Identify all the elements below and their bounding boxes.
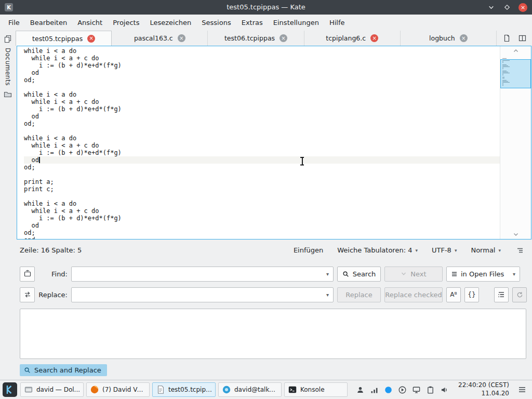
scroll-down-icon[interactable] [500, 230, 531, 239]
sidebar-item-documents[interactable]: Documents [4, 48, 11, 86]
toolview-tab-search-replace[interactable]: Search and Replace [20, 364, 107, 376]
tab-close-icon[interactable]: × [460, 34, 468, 42]
code-line-16[interactable]: od [24, 156, 500, 164]
code-line-19[interactable]: print a; [24, 178, 500, 185]
editor-text-area[interactable]: while i < a do while i < a + c do i := (… [17, 46, 500, 239]
code-line-14[interactable]: while i < a + c do [24, 142, 500, 149]
replace-button[interactable]: Replace [337, 287, 381, 302]
tray-media-play-icon[interactable] [397, 385, 407, 395]
code-line-21[interactable] [24, 193, 500, 200]
code-line-6[interactable] [24, 84, 500, 91]
tab-close-icon[interactable]: × [280, 34, 287, 42]
task-button-david-talko[interactable]: david@talko... [218, 382, 282, 397]
maximize-icon[interactable] [502, 3, 512, 12]
scroll-up-icon[interactable] [500, 46, 531, 56]
code-line-11[interactable]: od; [24, 120, 500, 127]
scrollbar-minimap[interactable] [500, 56, 531, 230]
code-line-18[interactable] [24, 171, 500, 178]
menu-item-ansicht[interactable]: Ansicht [72, 16, 108, 29]
code-line-15[interactable]: i := (b + d)*e+d*(f*g) [24, 149, 500, 156]
task-button-david-dol[interactable]: david — Dol... [20, 382, 84, 397]
find-input[interactable]: ▾ [71, 267, 334, 282]
code-line-17[interactable]: od; [24, 164, 500, 171]
code-line-13[interactable]: while i < a do [24, 135, 500, 142]
highlighting-select[interactable]: Normal▾ [471, 246, 501, 254]
code-line-7[interactable]: while i < a do [24, 91, 500, 98]
tray-display-icon[interactable] [411, 385, 421, 395]
close-icon[interactable]: × [518, 3, 527, 12]
match-case-button[interactable]: Aᴮ [446, 287, 461, 302]
code-line-9[interactable]: i := (b + d)*e+d*(f*g) [24, 105, 500, 113]
new-document-icon[interactable] [501, 33, 512, 44]
task-button-7-david-vaj[interactable]: (7) David Vaj... [86, 382, 150, 397]
editor-scrollbar[interactable] [500, 46, 531, 239]
tab-logbuch[interactable]: logbuch× [401, 31, 497, 46]
replace-input[interactable]: ▾ [71, 287, 334, 302]
expand-results-button[interactable] [494, 287, 509, 302]
task-button-konsole[interactable]: Konsole [284, 382, 348, 397]
documents-icon[interactable] [3, 34, 12, 44]
tab-pascal163-c[interactable]: pascal163.c× [112, 31, 208, 46]
app-launcher-icon[interactable] [2, 382, 18, 397]
input-mode[interactable]: Einfügen [294, 246, 323, 254]
menu-item-extras[interactable]: Extras [236, 16, 268, 29]
code-line-12[interactable] [24, 127, 500, 135]
tab-close-icon[interactable]: × [370, 34, 378, 42]
code-line-1[interactable]: while i < a do [24, 47, 500, 55]
tab-close-icon[interactable]: × [178, 34, 185, 42]
swap-search-replace-button[interactable] [20, 287, 35, 302]
tab-test06-tcpippas[interactable]: test06.tcpippas× [208, 31, 304, 46]
code-line-20[interactable]: print c; [24, 185, 500, 193]
new-search-tab-button[interactable] [20, 267, 35, 282]
replace-checked-button[interactable]: Replace checked [384, 287, 443, 302]
code-line-26[interactable]: od; [24, 229, 500, 236]
clock[interactable]: 22:40:20 (CEST) 11.04.20 [458, 381, 509, 397]
editor-frame: while i < a do while i < a + c do i := (… [17, 46, 531, 240]
search-button[interactable]: Search [337, 267, 381, 282]
tray-clipboard-icon[interactable] [425, 385, 435, 395]
task-button-test05-tcpipp[interactable]: test05.tcpipp... [152, 382, 216, 397]
menu-item-lesezeichen[interactable]: Lesezeichen [144, 16, 196, 29]
next-button[interactable]: Next [384, 267, 443, 282]
tab-test05-tcpippas[interactable]: test05.tcpippas× [16, 31, 112, 46]
menu-item-einstellungen[interactable]: Einstellungen [268, 16, 324, 29]
code-line-27[interactable]: end. [24, 236, 500, 239]
code-line-8[interactable]: while i < a + c do [24, 98, 500, 105]
split-view-icon[interactable] [516, 33, 528, 44]
menu-item-file[interactable]: File [3, 16, 25, 29]
code-line-5[interactable]: od; [24, 76, 500, 84]
tray-network-icon[interactable] [369, 385, 379, 395]
tray-user-icon[interactable] [355, 385, 365, 395]
tray-bluedot-icon[interactable] [383, 385, 393, 395]
regex-button[interactable]: {} [464, 287, 479, 302]
encoding-select[interactable]: UTF-8▾ [432, 246, 457, 254]
cursor-position[interactable]: Zeile: 16 Spalte: 5 [20, 246, 82, 254]
menu-item-hilfe[interactable]: Hilfe [324, 16, 350, 29]
panel-settings-icon[interactable] [517, 384, 528, 395]
menu-item-bearbeiten[interactable]: Bearbeiten [25, 16, 72, 29]
menu-item-sessions[interactable]: Sessions [196, 16, 236, 29]
code-line-24[interactable]: i := (b + d)*e+d*(f*g) [24, 215, 500, 222]
chevron-down-icon: ▾ [326, 271, 329, 277]
code-line-4[interactable]: od [24, 69, 500, 76]
search-scope-select[interactable]: in Open Files ▾ [446, 267, 520, 282]
app-icon[interactable]: K [5, 3, 13, 11]
code-line-2[interactable]: while i < a + c do [24, 55, 500, 62]
tab-tcpiplang6-c[interactable]: tcpiplang6.c× [304, 31, 401, 46]
tray-volume-icon[interactable] [440, 385, 449, 395]
minimap-view-rect[interactable] [500, 59, 531, 88]
code-line-23[interactable]: while i < a + c do [24, 207, 500, 215]
minimize-icon[interactable] [486, 3, 496, 12]
code-line-10[interactable]: od [24, 113, 500, 120]
tab-close-icon[interactable]: × [87, 35, 95, 43]
code-line-25[interactable]: od [24, 222, 500, 229]
code-line-22[interactable]: while i < a do [24, 200, 500, 207]
refresh-button[interactable] [512, 287, 527, 302]
code-line-3[interactable]: i := (b + d)*e+d*(f*g) [24, 62, 500, 69]
konsole-icon [288, 385, 297, 394]
tab-mode-select[interactable]: Weiche Tabulatoren: 4▾ [337, 246, 418, 254]
menu-item-projects[interactable]: Projects [108, 16, 144, 29]
folder-icon[interactable] [3, 90, 12, 99]
statusbar-menu-icon[interactable] [515, 245, 525, 256]
search-results-area[interactable] [20, 309, 526, 359]
